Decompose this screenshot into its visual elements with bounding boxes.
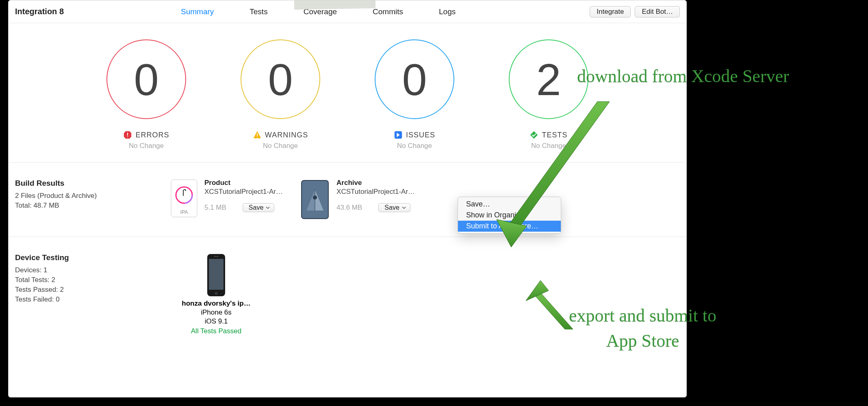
svg-rect-20 (214, 256, 219, 257)
edit-bot-button[interactable]: Edit Bot… (635, 6, 680, 17)
stat-errors: 0 ERRORS No Change (102, 39, 191, 150)
tab-tests[interactable]: Tests (232, 7, 285, 16)
device-os: iOS 9.1 (205, 317, 228, 326)
annotation-export: export and submit to App Store (569, 303, 716, 353)
iphone-icon (204, 253, 228, 300)
build-total-line: Total: 48.7 MB (15, 202, 169, 210)
archive-save-dropdown[interactable]: Save (378, 203, 410, 212)
archive-name: XCSTutorialProject1-Ar… (336, 188, 415, 196)
issues-label: ISSUES (406, 131, 435, 139)
integrate-button[interactable]: Integrate (590, 6, 631, 17)
svg-rect-18 (209, 259, 224, 290)
archive-file-icon (299, 179, 331, 222)
device-count: Devices: 1 (15, 266, 169, 274)
svg-point-16 (313, 195, 317, 200)
svg-marker-22 (497, 219, 527, 247)
product-artifact: IPA Product XCSTutorialProject1-Ar… 5.1 … (169, 179, 283, 222)
tab-commits[interactable]: Commits (355, 7, 421, 16)
build-results-left: Build Results 2 Files (Product & Archive… (15, 179, 169, 222)
tests-failed: Tests Failed: 0 (15, 295, 169, 304)
errors-label: ERRORS (135, 131, 169, 139)
archive-size: 43.6 MB (336, 204, 362, 212)
svg-rect-2 (128, 137, 128, 137)
build-results-heading: Build Results (15, 179, 169, 188)
issue-icon (394, 130, 403, 139)
svg-rect-4 (257, 133, 258, 136)
warnings-label-row: WARNINGS (253, 130, 308, 139)
svg-marker-21 (504, 102, 610, 232)
annotation-download: download from Xcode Server (577, 66, 789, 87)
svg-point-19 (215, 292, 218, 295)
device-testing-left: Device Testing Devices: 1 Total Tests: 2… (15, 253, 169, 335)
ipa-label: IPA (180, 209, 188, 215)
warnings-label: WARNINGS (265, 131, 308, 139)
product-name: XCSTutorialProject1-Ar… (204, 188, 283, 196)
tab-summary[interactable]: Summary (163, 7, 232, 16)
warnings-circle: 0 (241, 39, 320, 119)
device-testing-heading: Device Testing (15, 253, 169, 262)
chevron-down-icon (266, 206, 270, 210)
total-tests: Total Tests: 2 (15, 276, 169, 284)
arrow-export (520, 280, 585, 337)
svg-rect-5 (257, 137, 258, 138)
arrow-download (488, 98, 618, 252)
errors-sub: No Change (129, 142, 164, 150)
device-card[interactable]: honza dvorsky's ip… iPhone 6s iOS 9.1 Al… (178, 253, 255, 335)
tab-logs[interactable]: Logs (421, 7, 473, 16)
product-size: 5.1 MB (204, 204, 226, 212)
device-model: iPhone 6s (201, 308, 232, 317)
warnings-sub: No Change (263, 142, 298, 150)
product-title: Product (204, 179, 283, 187)
issues-label-row: ISSUES (394, 130, 435, 139)
issues-sub: No Change (397, 142, 432, 150)
svg-marker-23 (532, 293, 573, 329)
device-status: All Tests Passed (191, 327, 241, 335)
chevron-down-icon (402, 206, 406, 210)
archive-artifact: Archive XCSTutorialProject1-Ar… 43.6 MB … (299, 179, 415, 222)
header-actions: Integrate Edit Bot… (590, 6, 680, 17)
issues-circle: 0 (375, 39, 454, 119)
ipa-file-icon: IPA (169, 179, 199, 219)
tape-decoration (294, 0, 375, 10)
product-save-dropdown[interactable]: Save (243, 203, 274, 212)
stat-warnings: 0 WARNINGS No Change (236, 39, 325, 150)
svg-rect-1 (128, 133, 128, 136)
archive-title: Archive (336, 179, 415, 187)
errors-label-row: ERRORS (123, 130, 169, 139)
error-icon (123, 130, 132, 139)
build-files-line: 2 Files (Product & Archive) (15, 192, 169, 200)
device-name: honza dvorsky's ip… (182, 300, 250, 308)
errors-circle: 0 (106, 39, 186, 119)
stat-issues: 0 ISSUES No Change (370, 39, 459, 150)
tests-passed: Tests Passed: 2 (15, 286, 169, 294)
warning-icon (253, 130, 262, 139)
page-title: Integration 8 (15, 7, 64, 16)
